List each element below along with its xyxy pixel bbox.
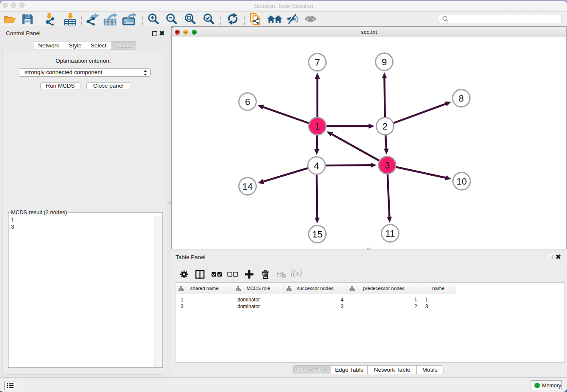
svg-text:1: 1 (315, 121, 320, 132)
svg-text:4: 4 (314, 160, 319, 171)
svg-text:15: 15 (312, 229, 322, 240)
svg-text:7: 7 (315, 57, 320, 68)
svg-text:2: 2 (383, 121, 388, 132)
svg-text:11: 11 (385, 228, 395, 239)
svg-text:9: 9 (382, 57, 387, 67)
svg-text:8: 8 (459, 93, 464, 104)
svg-text:3: 3 (385, 160, 390, 171)
svg-text:10: 10 (457, 176, 467, 187)
svg-text:6: 6 (245, 97, 250, 107)
svg-text:14: 14 (242, 181, 253, 192)
